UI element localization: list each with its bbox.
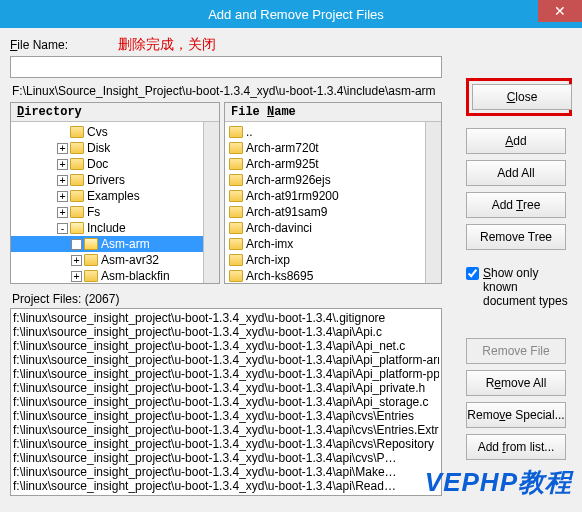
expand-icon[interactable]: + — [57, 191, 68, 202]
project-file-item[interactable]: f:\linux\source_insight_project\u-boot-1… — [13, 381, 439, 395]
folder-icon — [70, 206, 84, 218]
tree-item[interactable]: +Asm-avr32 — [11, 252, 203, 268]
expand-icon[interactable]: + — [71, 239, 82, 250]
tree-item[interactable]: +Disk — [11, 140, 203, 156]
close-button[interactable]: Close — [472, 84, 572, 110]
add-button[interactable]: Add — [466, 128, 566, 154]
file-item[interactable]: Arch-arm926ejs — [225, 172, 425, 188]
expand-icon[interactable]: + — [57, 143, 68, 154]
tree-item-label: Include — [87, 221, 126, 235]
folder-icon — [229, 126, 243, 138]
remove-tree-button[interactable]: Remove Tree — [466, 224, 566, 250]
directory-header[interactable]: Directory — [11, 103, 219, 122]
file-item-label: Arch-imx — [246, 237, 293, 251]
tree-item[interactable]: +Examples — [11, 188, 203, 204]
file-item[interactable]: Arch-davinci — [225, 220, 425, 236]
folder-icon — [70, 222, 84, 234]
file-item-label: Arch-at91rm9200 — [246, 189, 339, 203]
directory-pane: Directory Cvs+Disk+Doc+Drivers+Examples+… — [10, 102, 220, 284]
file-item-label: Arch-arm925t — [246, 157, 319, 171]
file-item[interactable]: Arch-ixp — [225, 252, 425, 268]
remove-special-button[interactable]: Remove Special... — [466, 402, 566, 428]
current-path: F:\Linux\Source_Insight_Project\u-boot-1… — [12, 84, 442, 98]
expand-icon[interactable]: + — [71, 255, 82, 266]
tree-item-label: Asm-arm — [101, 237, 150, 251]
project-file-item[interactable]: f:\linux\source_insight_project\u-boot-1… — [13, 339, 439, 353]
tree-item-label: Disk — [87, 141, 110, 155]
add-from-list-button[interactable]: Add from list... — [466, 434, 566, 460]
tree-item[interactable]: +Drivers — [11, 172, 203, 188]
directory-scrollbar[interactable] — [203, 122, 219, 283]
file-item[interactable]: Arch-ks8695 — [225, 268, 425, 283]
annotation-text: 删除完成，关闭 — [118, 36, 216, 54]
tree-item[interactable]: +Asm-arm — [11, 236, 203, 252]
file-item[interactable]: Arch-at91sam9 — [225, 204, 425, 220]
tree-item[interactable]: +Asm-blackfin — [11, 268, 203, 283]
add-tree-button[interactable]: Add Tree — [466, 192, 566, 218]
tree-item[interactable]: +Doc — [11, 156, 203, 172]
folder-icon — [70, 142, 84, 154]
file-header[interactable]: File Name — [225, 103, 441, 122]
tree-item-label: Cvs — [87, 125, 108, 139]
project-files-list[interactable]: f:\linux\source_insight_project\u-boot-1… — [10, 308, 442, 496]
file-list[interactable]: ..Arch-arm720tArch-arm925tArch-arm926ejs… — [225, 122, 425, 283]
expand-icon[interactable]: + — [57, 175, 68, 186]
folder-icon — [229, 142, 243, 154]
tree-item-label: Drivers — [87, 173, 125, 187]
expand-icon[interactable]: + — [71, 271, 82, 282]
folder-icon — [229, 174, 243, 186]
folder-icon — [84, 238, 98, 250]
folder-icon — [84, 270, 98, 282]
directory-tree[interactable]: Cvs+Disk+Doc+Drivers+Examples+Fs-Include… — [11, 122, 203, 283]
project-file-item[interactable]: f:\linux\source_insight_project\u-boot-1… — [13, 437, 439, 451]
folder-icon — [70, 190, 84, 202]
file-item-label: .. — [246, 125, 253, 139]
folder-icon — [70, 174, 84, 186]
folder-icon — [229, 206, 243, 218]
project-file-item[interactable]: f:\linux\source_insight_project\u-boot-1… — [13, 465, 439, 479]
tree-item[interactable]: Cvs — [11, 124, 203, 140]
project-file-item[interactable]: f:\linux\source_insight_project\u-boot-1… — [13, 423, 439, 437]
file-name-label: File Name: — [10, 38, 68, 52]
folder-icon — [229, 158, 243, 170]
project-file-item[interactable]: f:\linux\source_insight_project\u-boot-1… — [13, 367, 439, 381]
file-name-input[interactable] — [10, 56, 442, 78]
project-file-item[interactable]: f:\linux\source insight project\u-boot-1… — [13, 493, 439, 496]
project-file-item[interactable]: f:\linux\source_insight_project\u-boot-1… — [13, 409, 439, 423]
project-file-item[interactable]: f:\linux\source_insight_project\u-boot-1… — [13, 395, 439, 409]
tree-item-label: Doc — [87, 157, 108, 171]
file-item[interactable]: .. — [225, 124, 425, 140]
project-file-item[interactable]: f:\linux\source_insight_project\u-boot-1… — [13, 451, 439, 465]
project-file-item[interactable]: f:\linux\source_insight_project\u-boot-1… — [13, 479, 439, 493]
expand-icon[interactable]: + — [57, 159, 68, 170]
show-known-types-checkbox[interactable] — [466, 267, 479, 280]
tree-item[interactable]: -Include — [11, 220, 203, 236]
file-item[interactable]: Arch-arm925t — [225, 156, 425, 172]
tree-item-label: Asm-avr32 — [101, 253, 159, 267]
file-pane: File Name ..Arch-arm720tArch-arm925tArch… — [224, 102, 442, 284]
project-file-item[interactable]: f:\linux\source_insight_project\u-boot-1… — [13, 311, 439, 325]
file-item[interactable]: Arch-arm720t — [225, 140, 425, 156]
file-item-label: Arch-arm926ejs — [246, 173, 331, 187]
file-item[interactable]: Arch-imx — [225, 236, 425, 252]
file-item-label: Arch-ks8695 — [246, 269, 313, 283]
tree-item-label: Asm-blackfin — [101, 269, 170, 283]
expand-icon[interactable]: + — [57, 207, 68, 218]
project-file-item[interactable]: f:\linux\source_insight_project\u-boot-1… — [13, 325, 439, 339]
remove-all-button[interactable]: Remove All — [466, 370, 566, 396]
file-item-label: Arch-at91sam9 — [246, 205, 327, 219]
tree-item[interactable]: +Fs — [11, 204, 203, 220]
show-known-types-row: Show only known document types — [466, 266, 572, 308]
add-all-button[interactable]: Add All — [466, 160, 566, 186]
title-bar: Add and Remove Project Files ✕ — [0, 0, 582, 28]
folder-icon — [229, 238, 243, 250]
file-item-label: Arch-davinci — [246, 221, 312, 235]
remove-file-button[interactable]: Remove File — [466, 338, 566, 364]
folder-icon — [70, 126, 84, 138]
file-item[interactable]: Arch-at91rm9200 — [225, 188, 425, 204]
collapse-icon[interactable]: - — [57, 223, 68, 234]
close-window-button[interactable]: ✕ — [538, 0, 582, 22]
project-file-item[interactable]: f:\linux\source_insight_project\u-boot-1… — [13, 353, 439, 367]
file-scrollbar[interactable] — [425, 122, 441, 283]
close-highlight: Close — [466, 78, 572, 116]
